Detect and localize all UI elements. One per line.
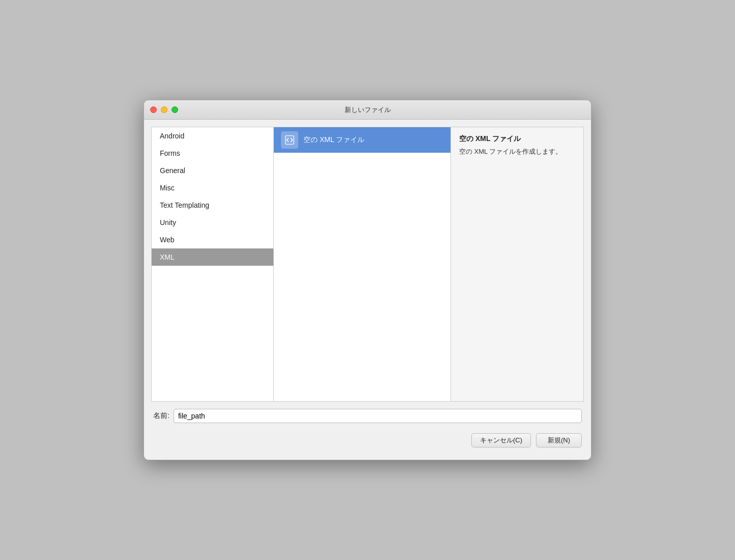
category-general[interactable]: General <box>152 162 273 179</box>
category-web[interactable]: Web <box>152 231 273 248</box>
traffic-lights <box>150 106 178 113</box>
maximize-button[interactable] <box>172 106 178 113</box>
category-android[interactable]: Android <box>152 127 273 145</box>
preview-title: 空の XML ファイル <box>459 134 575 144</box>
dialog-window: 新しいファイル Android Forms General Misc Text … <box>144 100 591 460</box>
category-xml[interactable]: XML <box>152 248 273 266</box>
name-label: 名前: <box>153 411 169 421</box>
close-button[interactable] <box>150 106 157 113</box>
template-panel: 空の XML ファイル <box>274 127 451 401</box>
window-title: 新しいファイル <box>345 105 391 115</box>
category-forms[interactable]: Forms <box>152 145 273 162</box>
xml-file-icon <box>281 131 298 149</box>
name-input[interactable] <box>174 409 582 423</box>
cancel-button[interactable]: キャンセル(C) <box>471 433 531 447</box>
create-button[interactable]: 新規(N) <box>536 433 582 447</box>
file-item-label: 空の XML ファイル <box>303 135 364 145</box>
category-misc[interactable]: Misc <box>152 179 273 197</box>
file-item-empty-xml[interactable]: 空の XML ファイル <box>274 127 450 153</box>
category-unity[interactable]: Unity <box>152 214 273 231</box>
category-text-templating[interactable]: Text Templating <box>152 197 273 214</box>
buttons-row: キャンセル(C) 新規(N) <box>151 430 584 453</box>
titlebar: 新しいファイル <box>144 100 591 120</box>
dialog-body: Android Forms General Misc Text Templati… <box>144 120 591 460</box>
panels-row: Android Forms General Misc Text Templati… <box>151 127 584 402</box>
xml-icon-svg <box>285 135 295 145</box>
name-row: 名前: <box>151 402 584 430</box>
preview-description: 空の XML ファイルを作成します。 <box>459 147 575 157</box>
category-panel: Android Forms General Misc Text Templati… <box>152 127 274 401</box>
preview-panel: 空の XML ファイル 空の XML ファイルを作成します。 <box>451 127 583 401</box>
minimize-button[interactable] <box>161 106 167 113</box>
